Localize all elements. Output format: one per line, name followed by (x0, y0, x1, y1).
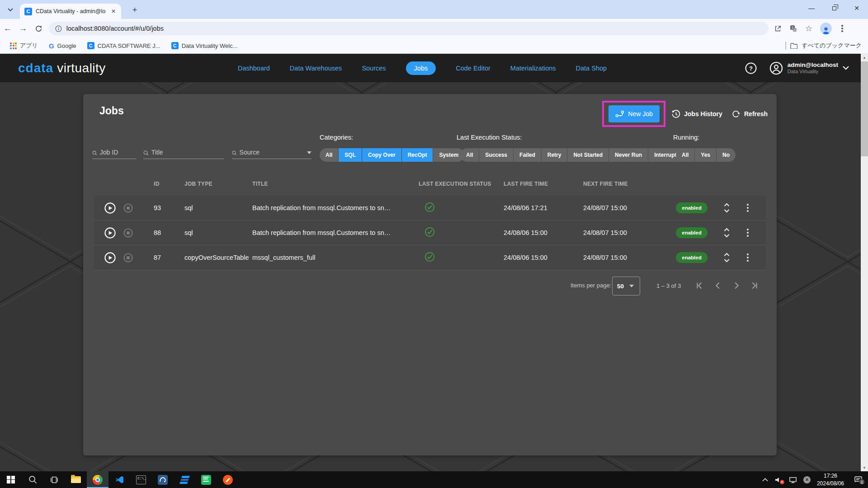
job-id-input[interactable] (100, 149, 137, 156)
title-filter[interactable] (143, 145, 224, 159)
file-explorer-button[interactable] (65, 471, 87, 488)
category-chip[interactable]: Copy Over (362, 148, 402, 162)
bookmark-cdata-software[interactable]: C CDATA SOFTWARE J... (84, 41, 164, 51)
chrome-button[interactable] (87, 471, 108, 488)
window-restore-button[interactable] (823, 0, 845, 16)
row-menu-button[interactable] (745, 227, 750, 239)
stop-job-button[interactable] (123, 253, 133, 263)
window-close-button[interactable]: ✕ (845, 0, 868, 16)
first-page-button[interactable] (694, 281, 704, 292)
nav-item[interactable]: Jobs (406, 61, 436, 75)
nav-item[interactable]: Data Warehouses (290, 61, 342, 75)
previous-page-button[interactable] (713, 281, 723, 292)
site-info-icon[interactable] (55, 25, 62, 32)
orange-circle-app-button[interactable] (217, 471, 239, 488)
stacked-layers-app-button[interactable] (174, 471, 195, 488)
items-per-page-select[interactable]: 50 (612, 277, 640, 296)
green-notes-app-button[interactable] (195, 471, 217, 488)
share-icon[interactable] (774, 25, 782, 33)
nav-item[interactable]: Materializations (510, 61, 556, 75)
help-icon[interactable]: ? (745, 62, 757, 74)
tab-search-button[interactable] (5, 4, 16, 16)
task-view-button[interactable] (43, 471, 65, 488)
enabled-badge[interactable]: enabled (676, 227, 707, 238)
page-scrollbar[interactable]: ▲ ▼ (861, 54, 868, 471)
category-chip[interactable]: All (320, 148, 339, 162)
nav-item[interactable]: Sources (362, 61, 386, 75)
nav-item[interactable]: Dashboard (238, 61, 270, 75)
tab-close-icon[interactable]: ✕ (109, 7, 118, 15)
status-button[interactable]: ✕ (803, 476, 811, 483)
last-execution-chip[interactable]: Success (479, 148, 514, 162)
category-chip[interactable]: RecOpt (402, 148, 434, 162)
bookmark-google[interactable]: G Google (45, 41, 80, 51)
taskbar-clock[interactable]: 17:26 2024/08/06 (817, 472, 844, 487)
schedule-toggle-button[interactable] (723, 202, 730, 213)
last-execution-chip[interactable]: All (460, 148, 479, 162)
translate-icon[interactable]: 文A (789, 24, 797, 33)
volume-button[interactable]: ✕ (774, 476, 783, 483)
job-row[interactable]: 93 sql Batch replication from mssql.Cust… (94, 196, 766, 221)
browser-menu-icon[interactable] (840, 25, 845, 32)
source-filter[interactable] (232, 145, 311, 159)
run-job-button[interactable] (104, 202, 116, 214)
last-execution-chip[interactable]: Never Run (609, 148, 648, 162)
jobs-history-button[interactable]: Jobs History (671, 105, 722, 122)
all-bookmarks[interactable]: すべてのブックマーク (785, 42, 862, 50)
forward-button[interactable]: → (15, 23, 31, 33)
enabled-badge[interactable]: enabled (676, 202, 707, 213)
source-input[interactable] (240, 149, 304, 156)
last-page-button[interactable] (750, 281, 760, 292)
schedule-toggle-button[interactable] (723, 252, 730, 263)
terminal-button[interactable]: C:\_ (130, 471, 152, 488)
new-tab-button[interactable]: + (129, 5, 140, 15)
taskbar-search-button[interactable] (22, 471, 43, 488)
schedule-toggle-button[interactable] (723, 227, 730, 238)
scroll-down-icon[interactable]: ▼ (861, 464, 868, 471)
address-bar[interactable] (49, 22, 769, 35)
next-page-button[interactable] (731, 281, 741, 292)
title-input[interactable] (151, 149, 224, 156)
dropdown-caret-icon[interactable] (307, 151, 311, 154)
back-button[interactable]: ← (0, 23, 15, 33)
running-chip[interactable]: All (676, 148, 695, 162)
url-input[interactable] (66, 25, 762, 32)
tray-expand-button[interactable] (762, 478, 768, 482)
last-execution-chip[interactable]: Retry (542, 148, 568, 162)
scroll-up-icon[interactable]: ▲ (861, 54, 868, 61)
bookmark-star-icon[interactable]: ☆ (805, 23, 812, 33)
bookmark-apps[interactable]: アプリ (6, 40, 42, 51)
window-minimize-button[interactable]: — (800, 0, 823, 16)
nav-item[interactable]: Data Shop (576, 61, 607, 75)
browser-tab-active[interactable]: C CData Virtuality - admin@locall ✕ (20, 4, 121, 19)
category-chip[interactable]: SQL (339, 148, 362, 162)
category-chip[interactable]: System (433, 148, 464, 162)
new-job-button[interactable]: New Job (609, 105, 660, 122)
running-chip[interactable]: No (717, 148, 736, 162)
notifications-button[interactable]: 1 (854, 476, 863, 483)
enabled-badge[interactable]: enabled (676, 252, 707, 263)
nav-item[interactable]: Code Editor (456, 61, 491, 75)
scrollbar-thumb[interactable] (861, 61, 868, 156)
refresh-button[interactable]: Refresh (731, 105, 768, 122)
last-execution-chip[interactable]: Failed (514, 148, 542, 162)
job-row[interactable]: 88 sql Batch replication from mssql.Cust… (94, 221, 766, 245)
browser-profile-avatar[interactable] (820, 23, 832, 34)
job-row[interactable]: 87 copyOverSourceTable mssql_customers_f… (94, 245, 766, 270)
row-menu-button[interactable] (745, 252, 750, 263)
stop-job-button[interactable] (123, 228, 133, 238)
network-button[interactable] (789, 476, 797, 483)
job-id-filter[interactable] (92, 145, 137, 159)
reload-button[interactable] (31, 25, 46, 33)
run-job-button[interactable] (104, 227, 116, 239)
start-button[interactable] (0, 471, 22, 488)
row-menu-button[interactable] (745, 202, 750, 214)
last-execution-chip[interactable]: Not Started (567, 148, 609, 162)
pgadmin-button[interactable] (152, 471, 174, 488)
user-menu[interactable]: admin@localhost Data Virtuality (769, 61, 849, 75)
bookmark-data-virtuality[interactable]: C Data Virtuality Welc... (168, 41, 241, 51)
vscode-button[interactable] (108, 471, 130, 488)
run-job-button[interactable] (104, 252, 116, 264)
app-logo[interactable]: cdata virtuality (18, 54, 106, 82)
running-chip[interactable]: Yes (695, 148, 717, 162)
